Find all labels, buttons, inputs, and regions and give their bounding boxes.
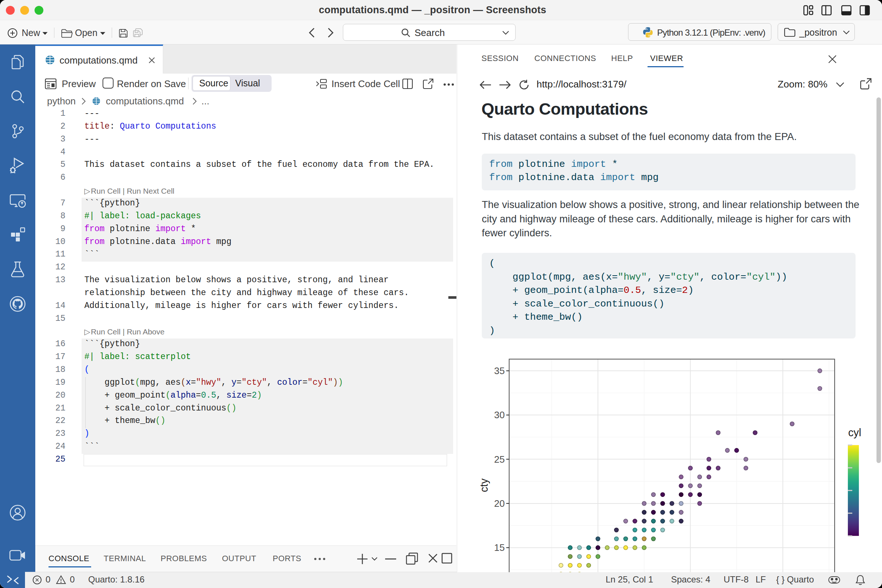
svg-text:20: 20 (494, 498, 505, 509)
svg-text:cty: cty (478, 478, 490, 492)
svg-text:cyl: cyl (848, 427, 861, 438)
svg-text:25: 25 (494, 454, 505, 465)
svg-text:15: 15 (494, 542, 505, 553)
svg-text:30: 30 (494, 410, 505, 420)
svg-text:35: 35 (494, 365, 505, 376)
